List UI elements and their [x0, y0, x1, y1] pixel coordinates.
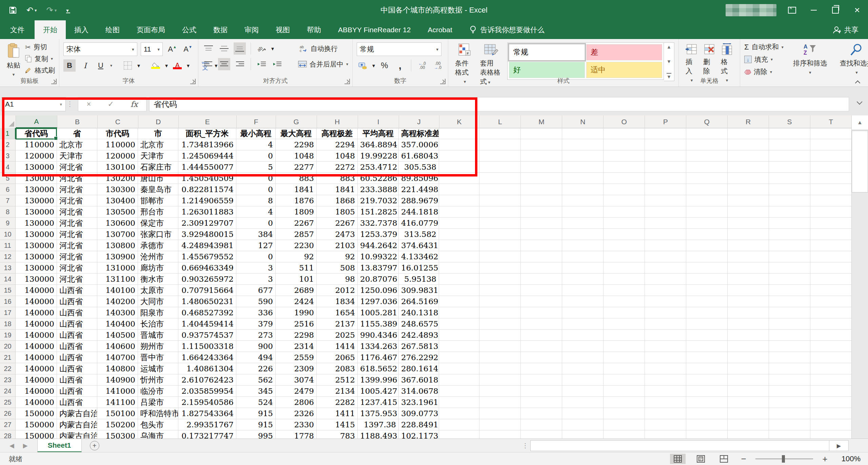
row-header-21[interactable]: 21: [0, 352, 16, 363]
cell-D10[interactable]: 张家口市: [138, 229, 178, 240]
cell-C5[interactable]: 130200: [97, 173, 138, 184]
cell-N24[interactable]: [562, 386, 604, 397]
cell-M24[interactable]: [521, 386, 562, 397]
cell-L9[interactable]: [479, 218, 521, 229]
cell-L26[interactable]: [479, 408, 521, 419]
cell-N21[interactable]: [562, 352, 604, 363]
cell-F12[interactable]: 0: [236, 251, 276, 262]
cell-K15[interactable]: [439, 285, 479, 296]
cell-D1[interactable]: 市: [138, 128, 178, 139]
cell-H18[interactable]: 2137: [317, 318, 358, 330]
cell-P12[interactable]: [645, 251, 686, 262]
cell-J11[interactable]: 374.6431: [399, 240, 439, 251]
cell-O14[interactable]: [604, 274, 645, 285]
column-header-P[interactable]: P: [645, 115, 686, 128]
column-header-T[interactable]: T: [810, 115, 852, 128]
cell-A11[interactable]: 130000: [16, 240, 57, 251]
cell-N26[interactable]: [562, 408, 604, 419]
cell-F22[interactable]: 226: [236, 363, 276, 374]
cell-H14[interactable]: 98: [317, 274, 358, 285]
tab-绘图[interactable]: 绘图: [97, 20, 128, 39]
gallery-scroll-down-icon[interactable]: ▼: [667, 59, 671, 64]
cell-M4[interactable]: [521, 162, 562, 173]
row-header-11[interactable]: 11: [0, 240, 16, 251]
cell-O26[interactable]: [604, 408, 645, 419]
cell-C25[interactable]: 141100: [97, 397, 138, 408]
cell-I9[interactable]: 332.7378: [358, 218, 399, 229]
cell-M26[interactable]: [521, 408, 562, 419]
cell-C18[interactable]: 140400: [97, 318, 138, 330]
underline-button[interactable]: U: [95, 59, 107, 72]
column-header-F[interactable]: F: [237, 115, 276, 128]
formula-bar-splitter[interactable]: ⋮: [66, 100, 74, 108]
cell-Q12[interactable]: [686, 251, 728, 262]
cell-H26[interactable]: 1411: [317, 408, 358, 419]
tab-数据[interactable]: 数据: [205, 20, 236, 39]
top-align-button[interactable]: [202, 42, 215, 55]
cell-D24[interactable]: 临汾市: [138, 386, 178, 397]
orientation-dropdown-icon[interactable]: ▾: [271, 45, 274, 52]
cell-J8[interactable]: 244.1818: [399, 206, 439, 218]
cell-I24[interactable]: 1005.427: [358, 386, 399, 397]
percent-style-button[interactable]: %: [378, 59, 391, 72]
bottom-align-button[interactable]: [234, 42, 246, 55]
tab-Acrobat[interactable]: Acrobat: [419, 20, 460, 39]
cell-Q14[interactable]: [686, 274, 728, 285]
cell-G3[interactable]: 1048: [276, 150, 317, 162]
cell-I1[interactable]: 平均高程: [358, 128, 399, 139]
row-header-12[interactable]: 12: [0, 251, 16, 262]
cell-F11[interactable]: 127: [236, 240, 276, 251]
cell-S22[interactable]: [769, 363, 810, 374]
cell-B28[interactable]: 内蒙古自治区: [57, 430, 97, 439]
cell-E10[interactable]: 3.929480015: [178, 229, 236, 240]
cell-J9[interactable]: 416.0779: [399, 218, 439, 229]
increase-decimal-button[interactable]: ←.0.00: [416, 59, 428, 72]
cell-C7[interactable]: 130400: [97, 195, 138, 206]
cell-L2[interactable]: [479, 139, 521, 150]
row-header-7[interactable]: 7: [0, 195, 16, 206]
cell-P27[interactable]: [645, 419, 686, 430]
cell-N5[interactable]: [562, 173, 604, 184]
cell-Q18[interactable]: [686, 318, 728, 330]
cell-K22[interactable]: [439, 363, 479, 374]
cell-J3[interactable]: 61.68043: [399, 150, 439, 162]
cell-D16[interactable]: 大同市: [138, 296, 178, 307]
cell-L19[interactable]: [479, 330, 521, 341]
row-header-1[interactable]: 1: [0, 128, 16, 139]
cell-C24[interactable]: 141000: [97, 386, 138, 397]
cell-G10[interactable]: 2857: [276, 229, 317, 240]
accounting-format-button[interactable]: [357, 59, 369, 72]
cell-C11[interactable]: 130800: [97, 240, 138, 251]
cell-R19[interactable]: [728, 330, 769, 341]
cell-F25[interactable]: 524: [236, 397, 276, 408]
cell-F4[interactable]: 5: [236, 162, 276, 173]
decrease-decimal-button[interactable]: .00→.0: [432, 59, 444, 72]
cell-S9[interactable]: [769, 218, 810, 229]
cell-G9[interactable]: 2267: [276, 218, 317, 229]
cell-S16[interactable]: [769, 296, 810, 307]
cell-B19[interactable]: 山西省: [57, 330, 97, 341]
cell-S6[interactable]: [769, 184, 810, 195]
cell-B12[interactable]: 河北省: [57, 251, 97, 262]
cell-E16[interactable]: 1.480650231: [178, 296, 236, 307]
cell-Q8[interactable]: [686, 206, 728, 218]
cell-S5[interactable]: [769, 173, 810, 184]
cell-L20[interactable]: [479, 341, 521, 352]
cell-D15[interactable]: 太原市: [138, 285, 178, 296]
cell-F23[interactable]: 562: [236, 374, 276, 386]
cell-style-常规[interactable]: 常规: [509, 44, 585, 60]
cell-I21[interactable]: 1176.467: [358, 352, 399, 363]
cell-N23[interactable]: [562, 374, 604, 386]
cell-T15[interactable]: [810, 285, 852, 296]
cell-G28[interactable]: 1778: [276, 430, 317, 439]
cell-T7[interactable]: [810, 195, 852, 206]
cell-E9[interactable]: 2.309129707: [178, 218, 236, 229]
cell-Q6[interactable]: [686, 184, 728, 195]
cell-B18[interactable]: 山西省: [57, 318, 97, 330]
cell-A18[interactable]: 140000: [16, 318, 57, 330]
cell-D21[interactable]: 晋中市: [138, 352, 178, 363]
font-dialog-launcher[interactable]: [190, 79, 196, 84]
font-color-dropdown-icon[interactable]: ▾: [187, 62, 190, 69]
cell-S1[interactable]: [769, 128, 810, 139]
cell-Q23[interactable]: [686, 374, 728, 386]
